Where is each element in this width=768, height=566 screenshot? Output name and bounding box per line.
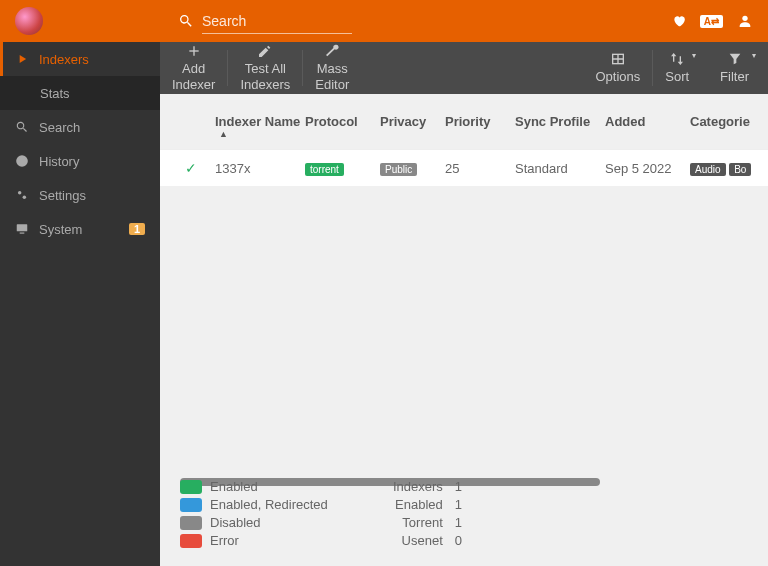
table-header: Indexer Name▲ Protocol Privacy Priority …: [160, 114, 768, 149]
col-categories[interactable]: Categorie: [690, 114, 740, 139]
wrench-icon: [324, 43, 340, 59]
filter-button[interactable]: Filter ▾: [708, 42, 768, 94]
toolbar-label: Test All Indexers: [240, 61, 290, 92]
content: Indexer Name▲ Protocol Privacy Priority …: [160, 94, 768, 566]
nav-search[interactable]: Search: [0, 110, 160, 144]
nav-settings[interactable]: Settings: [0, 178, 160, 212]
sidebar: Indexers Stats Search History Settings S…: [0, 42, 160, 566]
col-name[interactable]: Indexer Name▲: [215, 114, 305, 139]
swatch-disabled: [180, 516, 202, 530]
swatch-enabled: [180, 480, 202, 494]
nav-indexers[interactable]: Indexers: [0, 42, 160, 76]
toolbar: Add Indexer Test All Indexers Mass Edito…: [160, 42, 768, 94]
app-header: A⇄: [0, 0, 768, 42]
chevron-down-icon: ▾: [692, 51, 696, 61]
table-row[interactable]: ✓ 1337x torrent Public 25 Standard Sep 5…: [160, 149, 768, 186]
nav-label: Settings: [39, 188, 86, 203]
toolbar-label: Options: [595, 69, 640, 85]
col-privacy[interactable]: Privacy: [380, 114, 445, 139]
search-icon: [15, 120, 29, 134]
nav-system[interactable]: System 1: [0, 212, 160, 246]
nav-label: System: [39, 222, 82, 237]
nav-label: Stats: [40, 86, 70, 101]
cell-name: 1337x: [215, 161, 305, 176]
svg-rect-3: [17, 224, 28, 231]
heart-icon[interactable]: [672, 14, 686, 28]
category-tag: Audio: [690, 163, 726, 176]
check-icon: ✓: [185, 160, 197, 176]
pencil-icon: [257, 43, 273, 59]
toolbar-label: Add Indexer: [172, 61, 215, 92]
stats-summary: Indexers1 Enabled1 Torrent1 Usenet0: [388, 479, 462, 551]
language-button[interactable]: A⇄: [700, 15, 723, 28]
plus-icon: [186, 43, 202, 59]
search-input[interactable]: [202, 9, 352, 34]
nav-stats[interactable]: Stats: [0, 76, 160, 110]
nav-history[interactable]: History: [0, 144, 160, 178]
play-icon: [15, 52, 29, 66]
filter-icon: [727, 51, 743, 67]
privacy-tag: Public: [380, 163, 417, 176]
sort-button[interactable]: Sort ▾: [653, 42, 708, 94]
nav-label: Indexers: [39, 52, 89, 67]
col-sync[interactable]: Sync Profile: [515, 114, 605, 139]
mass-editor-button[interactable]: Mass Editor: [303, 42, 361, 94]
col-added[interactable]: Added: [605, 114, 690, 139]
nav-label: Search: [39, 120, 80, 135]
gear-icon: [15, 188, 29, 202]
col-protocol[interactable]: Protocol: [305, 114, 380, 139]
main-area: Add Indexer Test All Indexers Mass Edito…: [160, 42, 768, 566]
svg-point-0: [742, 16, 747, 21]
svg-point-2: [23, 196, 26, 200]
cell-priority: 25: [445, 161, 515, 176]
search-wrap: [178, 9, 672, 34]
options-button[interactable]: Options: [583, 42, 652, 94]
svg-point-1: [18, 191, 22, 195]
toolbar-label: Filter: [720, 69, 749, 85]
add-indexer-button[interactable]: Add Indexer: [160, 42, 227, 94]
monitor-icon: [15, 222, 29, 236]
sort-icon: [669, 51, 685, 67]
table-icon: [610, 51, 626, 67]
protocol-tag: torrent: [305, 163, 344, 176]
clock-icon: [15, 154, 29, 168]
legend: Enabled Enabled, Redirected Disabled Err…: [180, 479, 328, 551]
col-priority[interactable]: Priority: [445, 114, 515, 139]
header-actions: A⇄: [672, 13, 753, 29]
toolbar-label: Sort: [665, 69, 689, 85]
swatch-redirected: [180, 498, 202, 512]
cell-sync: Standard: [515, 161, 605, 176]
cell-added: Sep 5 2022: [605, 161, 690, 176]
user-icon[interactable]: [737, 13, 753, 29]
category-tag: Bo: [729, 163, 751, 176]
app-logo[interactable]: [15, 7, 43, 35]
test-all-button[interactable]: Test All Indexers: [228, 42, 302, 94]
footer: Enabled Enabled, Redirected Disabled Err…: [160, 469, 482, 561]
nav-label: History: [39, 154, 79, 169]
system-badge: 1: [129, 223, 145, 235]
chevron-down-icon: ▾: [752, 51, 756, 61]
toolbar-label: Mass Editor: [315, 61, 349, 92]
search-icon: [178, 13, 194, 29]
sort-asc-icon: ▲: [219, 129, 305, 139]
swatch-error: [180, 534, 202, 548]
